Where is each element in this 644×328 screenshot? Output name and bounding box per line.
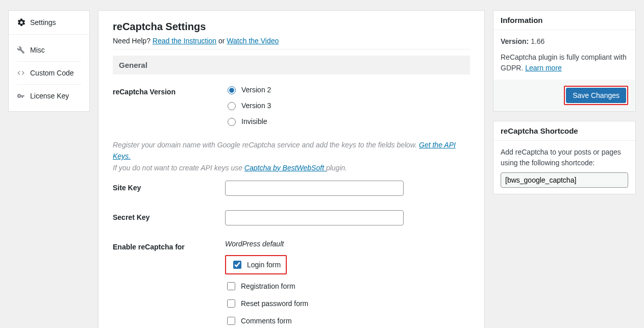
sidebar-item-custom-code[interactable]: Custom Code [9, 62, 89, 84]
checkbox-label: Reset password form [241, 299, 308, 308]
radio-label: Invisible [241, 117, 267, 125]
sidebar-item-license-key[interactable]: License Key [9, 85, 89, 107]
watch-video-link[interactable]: Watch the Video [227, 37, 279, 45]
recaptcha-version-label: reCaptcha Version [113, 85, 225, 132]
save-changes-button[interactable]: Save Changes [566, 88, 626, 103]
sidebar-item-label: License Key [30, 92, 69, 100]
gdpr-text: ReCaptcha plugin is fully compliant with… [501, 53, 627, 72]
site-key-input[interactable] [225, 181, 404, 196]
checkbox-label: Registration form [241, 282, 295, 290]
right-column: Information Version: 1.66 ReCaptcha plug… [493, 10, 636, 328]
sidebar-item-label: Misc [30, 46, 45, 54]
radio-label: Version 3 [241, 102, 271, 110]
information-card: Information Version: 1.66 ReCaptcha plug… [493, 10, 636, 112]
recaptcha-version-group: Version 2 Version 3 Invisible [225, 85, 470, 132]
highlighted-save-box: Save Changes [564, 86, 628, 105]
code-icon [17, 69, 25, 77]
shortcode-card: reCaptcha Shortcode Add reCaptcha to you… [493, 121, 636, 194]
secret-key-input[interactable] [225, 210, 404, 225]
checkbox-label: Login form [247, 261, 281, 269]
version-value: 1.66 [531, 37, 544, 45]
checkbox-comments-form-row[interactable]: Comments form [225, 315, 470, 326]
radio-version-2[interactable]: Version 2 [225, 85, 470, 94]
checkbox-reset-password-form-row[interactable]: Reset password form [225, 298, 470, 309]
sidebar-item-misc[interactable]: Misc [9, 39, 89, 61]
shortcode-title: reCaptcha Shortcode [493, 121, 635, 141]
radio-invisible[interactable]: Invisible [225, 116, 470, 126]
radio-version-2-input[interactable] [228, 86, 236, 94]
information-title: Information [493, 11, 635, 30]
checkbox-label: Comments form [241, 317, 292, 325]
secret-key-label: Secret Key [113, 210, 225, 225]
highlighted-login-form-box: Login form [225, 255, 287, 274]
learn-more-link[interactable]: Learn more [525, 64, 562, 72]
sidebar-title: Settings [30, 18, 56, 27]
page-title: reCaptcha Settings [113, 21, 470, 33]
enable-recaptcha-label: Enable reCaptcha for [113, 240, 225, 328]
api-keys-note: Register your domain name with Google re… [113, 139, 470, 173]
site-key-label: Site Key [113, 181, 225, 196]
radio-label: Version 2 [241, 86, 271, 94]
sidebar-header: Settings [9, 11, 89, 35]
radio-invisible-input[interactable] [228, 118, 236, 126]
version-label: Version: [501, 37, 529, 45]
wrench-icon [17, 46, 25, 54]
key-icon [17, 92, 25, 100]
checkbox-reset-password-form[interactable] [227, 299, 235, 308]
radio-version-3[interactable]: Version 3 [225, 100, 470, 110]
shortcode-input[interactable] [501, 172, 628, 188]
enable-subhead: WordPress default [225, 240, 470, 248]
gear-icon [17, 18, 26, 27]
read-instruction-link[interactable]: Read the Instruction [153, 37, 216, 45]
checkbox-registration-form[interactable] [227, 282, 235, 290]
section-heading-general: General [113, 56, 470, 74]
shortcode-text: Add reCaptcha to your posts or pages usi… [501, 147, 628, 168]
sidebar-item-label: Custom Code [30, 69, 74, 77]
help-prefix: Need Help? [113, 37, 153, 45]
settings-sidebar: Settings Misc Custom Code [8, 10, 90, 328]
checkbox-comments-form[interactable] [227, 317, 235, 325]
help-line: Need Help? Read the Instruction or Watch… [113, 37, 470, 49]
main-content: reCaptcha Settings Need Help? Read the I… [98, 10, 485, 328]
radio-version-3-input[interactable] [228, 102, 236, 110]
checkbox-login-form[interactable] [233, 261, 241, 269]
checkbox-registration-form-row[interactable]: Registration form [225, 281, 470, 292]
help-or: or [216, 37, 227, 45]
captcha-bws-link[interactable]: Captcha by BestWebSoft [244, 164, 326, 172]
